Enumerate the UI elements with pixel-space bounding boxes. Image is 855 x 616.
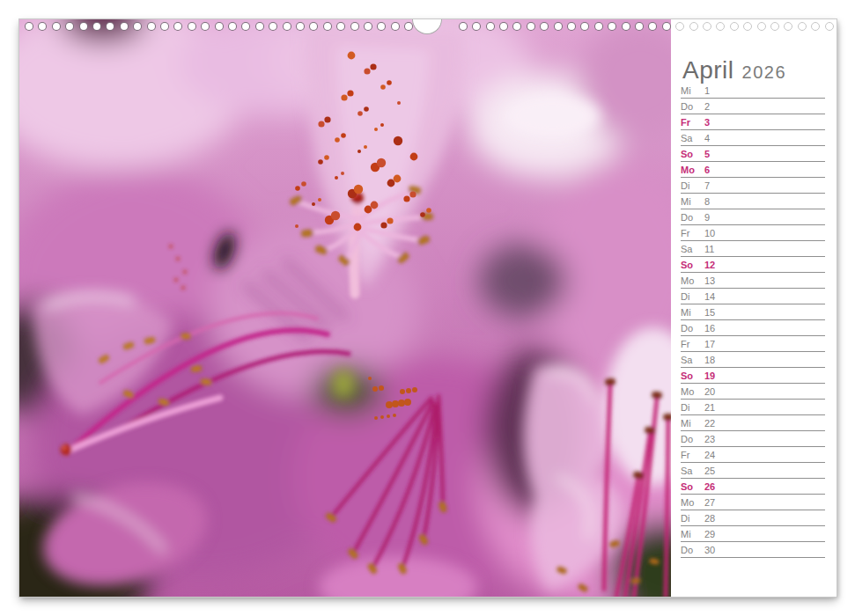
binding-hole	[499, 22, 508, 31]
binding-hole	[757, 22, 766, 31]
day-row: Sa18	[681, 352, 825, 368]
binding-hole	[391, 22, 400, 31]
day-number: 12	[704, 260, 715, 270]
binding-hole	[662, 22, 671, 31]
day-row: Mi1	[681, 83, 825, 99]
day-number: 8	[704, 196, 710, 207]
wall-calendar-mockup: April 2026 Mi1Do2Fr3Sa4So5Mo6Di7Mi8Do9Fr…	[0, 0, 855, 616]
day-number: 20	[704, 386, 715, 397]
binding-hole	[188, 22, 196, 31]
binding-hole	[215, 22, 224, 31]
day-number: 9	[704, 212, 710, 223]
day-abbr: Mi	[681, 418, 704, 429]
day-number: 14	[704, 291, 715, 302]
binding-hole	[554, 22, 563, 31]
day-abbr: Di	[681, 291, 704, 302]
day-row: Mi8	[681, 194, 825, 209]
binding-hole	[689, 22, 698, 31]
day-number: 5	[704, 149, 710, 159]
binding-hole	[120, 22, 129, 31]
day-abbr: Sa	[681, 355, 704, 365]
day-abbr: Do	[681, 101, 704, 112]
day-row: Mi22	[681, 415, 825, 431]
day-abbr: So	[681, 370, 704, 381]
day-number: 19	[704, 370, 715, 381]
day-abbr: Di	[681, 513, 704, 524]
binding-hole	[79, 22, 88, 31]
binding-hole	[52, 22, 61, 31]
day-abbr: Mo	[681, 497, 704, 508]
day-row: Do9	[681, 209, 825, 225]
day-row: So19	[681, 368, 825, 384]
binding-hole	[283, 22, 291, 31]
day-abbr: Sa	[681, 466, 704, 476]
month-title: April 2026	[682, 56, 786, 84]
day-row: Do30	[681, 542, 825, 558]
binding-hole	[770, 22, 779, 31]
day-row: So26	[681, 479, 825, 495]
day-row: Mo27	[681, 495, 825, 510]
day-number: 27	[704, 497, 715, 508]
day-abbr: Do	[681, 545, 704, 555]
day-row: Fr3	[681, 114, 825, 130]
binding-hole	[350, 22, 359, 31]
day-row: Di14	[681, 289, 825, 304]
binding-hole	[255, 22, 264, 31]
day-abbr: Sa	[681, 244, 704, 254]
day-row: Sa11	[681, 241, 825, 257]
calendar-photo	[19, 19, 671, 597]
day-row: Sa25	[681, 463, 825, 479]
day-number: 10	[704, 228, 715, 238]
day-row: Fr24	[681, 447, 825, 463]
binding-hole	[364, 22, 372, 31]
day-abbr: Mo	[681, 165, 704, 175]
day-row: Do23	[681, 431, 825, 447]
binding-hole	[567, 22, 576, 31]
day-abbr: Fr	[681, 339, 704, 349]
binding-hole	[296, 22, 305, 31]
day-number: 2	[704, 101, 710, 112]
day-number: 28	[704, 513, 715, 524]
month-name: April	[682, 56, 734, 84]
day-row: Di7	[681, 178, 825, 194]
day-row: Mo13	[681, 273, 825, 289]
day-number: 7	[704, 180, 710, 191]
day-row: Di21	[681, 400, 825, 415]
day-number: 3	[704, 117, 710, 128]
day-number: 15	[704, 307, 715, 318]
day-number: 4	[704, 133, 710, 143]
day-abbr: Fr	[681, 117, 704, 128]
day-abbr: Do	[681, 212, 704, 223]
day-number: 23	[704, 434, 715, 444]
day-abbr: Mi	[681, 196, 704, 207]
day-abbr: So	[681, 149, 704, 159]
day-abbr: Di	[681, 180, 704, 191]
day-number: 21	[704, 402, 715, 413]
day-abbr: Di	[681, 402, 704, 413]
day-abbr: So	[681, 260, 704, 270]
binding-hole	[730, 22, 739, 31]
day-number: 26	[704, 481, 715, 492]
day-row: Sa4	[681, 130, 825, 146]
binding-hole	[25, 22, 33, 31]
day-number: 17	[704, 339, 715, 349]
day-abbr: Mi	[681, 529, 704, 539]
day-number: 30	[704, 545, 715, 555]
year-label: 2026	[742, 62, 787, 83]
binding-hole	[486, 22, 495, 31]
day-abbr: Mi	[681, 307, 704, 318]
day-number: 22	[704, 418, 715, 429]
day-row: Di28	[681, 510, 825, 526]
date-panel: April 2026 Mi1Do2Fr3Sa4So5Mo6Di7Mi8Do9Fr…	[671, 19, 837, 597]
day-abbr: So	[681, 481, 704, 492]
day-row: Do2	[681, 99, 825, 114]
day-abbr: Do	[681, 434, 704, 444]
binding-hole	[798, 22, 807, 31]
binding-hole	[635, 22, 644, 31]
day-row: Mi15	[681, 304, 825, 320]
day-number: 13	[704, 275, 715, 286]
binding-hole	[594, 22, 603, 31]
day-abbr: Fr	[681, 450, 704, 460]
calendar-page: April 2026 Mi1Do2Fr3Sa4So5Mo6Di7Mi8Do9Fr…	[19, 19, 837, 597]
day-number: 18	[704, 355, 715, 365]
